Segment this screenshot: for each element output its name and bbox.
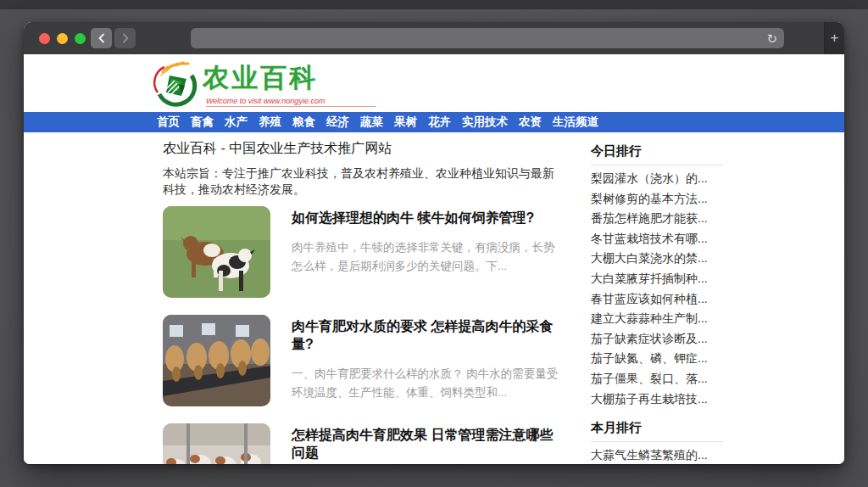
article-item[interactable]: 怎样提高肉牛育肥效果 日常管理需注意哪些问题 为发展养牛业，必须改变传统的落后饲… [163, 423, 563, 464]
browser-window: ↻ + [24, 22, 844, 464]
zoom-window-button[interactable] [75, 33, 86, 44]
nav-item-livestock[interactable]: 畜禽 [191, 115, 214, 130]
ranking-link[interactable]: 大蒜气生鳞茎繁殖的... [591, 445, 723, 464]
article-item[interactable]: 肉牛育肥对水质的要求 怎样提高肉牛的采食量? 一、肉牛育肥要求什么样的水质？ 肉… [163, 315, 563, 406]
today-ranking-list: 梨园灌水（浇水）的... 梨树修剪的基本方法... 番茄怎样施肥才能获... 冬… [591, 169, 723, 409]
article-thumbnail-trough[interactable] [163, 315, 270, 406]
article-column: 农业百科 - 中国农业生产技术推广网站 本站宗旨：专注于推广农业科技，普及农村养… [163, 132, 563, 464]
nav-item-economy[interactable]: 经济 [326, 115, 349, 130]
plus-icon: + [831, 30, 839, 47]
calves-photo-placeholder [163, 206, 270, 298]
ranking-link[interactable]: 梨树修剪的基本方法... [591, 189, 723, 210]
article-excerpt: 肉牛养殖中，牛犊的选择非常关键，有病没病，长势怎么样，是后期利润多少的关键问题。… [292, 238, 563, 276]
nav-item-aquatic[interactable]: 水产 [225, 115, 248, 130]
chevron-right-icon [121, 33, 130, 43]
article-title[interactable]: 怎样提高肉牛育肥效果 日常管理需注意哪些问题 [292, 427, 563, 462]
url-input[interactable] [198, 32, 766, 44]
cattle-trough-photo-placeholder [163, 315, 270, 406]
month-ranking-list: 大蒜气生鳞茎繁殖的... [591, 445, 723, 464]
ranking-link[interactable]: 冬甘蓝栽培技术有哪... [591, 229, 723, 249]
ranking-link[interactable]: 番茄怎样施肥才能获... [591, 209, 723, 229]
nav-item-agri-supplies[interactable]: 农资 [519, 115, 542, 130]
nav-item-flower[interactable]: 花卉 [428, 115, 451, 130]
desktop-top-strip [0, 0, 868, 9]
article-excerpt: 一、肉牛育肥要求什么样的水质？ 肉牛水的需要量受环境温度、生产性能、体重、饲料类… [292, 365, 563, 402]
chevron-left-icon [97, 33, 106, 43]
nav-item-life-channel[interactable]: 生活频道 [553, 115, 598, 130]
main-navigation: 首页 畜禽 水产 养殖 粮食 经济 蔬菜 果树 花卉 实用技术 农资 生活频道 [24, 112, 844, 132]
article-thumbnail-calves[interactable] [163, 206, 270, 298]
ranking-link[interactable]: 梨园灌水（浇水）的... [591, 169, 723, 189]
page-title: 农业百科 - 中国农业生产技术推广网站 [163, 140, 563, 158]
cattle-herd-photo-placeholder [163, 423, 270, 464]
ranking-sidebar: 今日排行 梨园灌水（浇水）的... 梨树修剪的基本方法... 番茄怎样施肥才能获… [591, 132, 723, 464]
site-description: 本站宗旨：专注于推广农业科技，普及农村养殖业、农业种植业知识与最新科技，推动农村… [163, 165, 563, 198]
nav-item-vegetable[interactable]: 蔬菜 [360, 115, 383, 130]
new-tab-button[interactable]: + [824, 22, 844, 54]
ranking-link[interactable]: 建立大蒜蒜种生产制... [591, 309, 723, 329]
address-bar[interactable]: ↻ [191, 28, 784, 48]
back-button[interactable] [91, 28, 112, 48]
site-logo[interactable]: 农业百科 Welcome to visit www.nongyie.com [149, 59, 376, 108]
ranking-link[interactable]: 茄子缺素症状诊断及... [591, 329, 723, 350]
ranking-link[interactable]: 春甘蓝应该如何种植... [591, 289, 723, 310]
ranking-link[interactable]: 大棚茄子再生栽培技... [591, 389, 723, 410]
nav-item-techniques[interactable]: 实用技术 [462, 115, 508, 130]
site-header: 农业百科 Welcome to visit www.nongyie.com [24, 54, 844, 112]
forward-button[interactable] [114, 28, 136, 48]
close-window-button[interactable] [39, 33, 50, 44]
nav-item-fruit-tree[interactable]: 果树 [394, 115, 417, 130]
site-name: 农业百科 [203, 64, 376, 92]
today-ranking-title: 今日排行 [591, 132, 723, 165]
page-viewport: 农业百科 Welcome to visit www.nongyie.com 首页… [24, 54, 844, 464]
ranking-link[interactable]: 大白菜腋芽扦插制种... [591, 269, 723, 289]
ranking-link[interactable]: 大棚大白菜浇水的禁... [591, 249, 723, 269]
nav-item-breeding[interactable]: 养殖 [259, 115, 281, 130]
ranking-link[interactable]: 茄子僵果、裂口、落... [591, 369, 723, 389]
site-tagline: Welcome to visit www.nongyie.com [206, 97, 376, 107]
month-ranking-title: 本月排行 [591, 409, 723, 442]
ranking-link[interactable]: 茄子缺氮、磷、钾症... [591, 349, 723, 369]
article-item[interactable]: 如何选择理想的肉牛 犊牛如何饲养管理? 肉牛养殖中，牛犊的选择非常关键，有病没病… [163, 206, 563, 298]
nav-item-grain[interactable]: 粮食 [292, 115, 315, 130]
article-thumbnail-herd[interactable] [163, 423, 270, 464]
browser-titlebar: ↻ + [24, 22, 844, 54]
nav-item-home[interactable]: 首页 [157, 115, 180, 130]
article-title[interactable]: 如何选择理想的肉牛 犊牛如何饲养管理? [292, 210, 563, 227]
article-title[interactable]: 肉牛育肥对水质的要求 怎样提高肉牛的采食量? [292, 318, 563, 354]
wheat-emblem-icon [149, 59, 198, 108]
minimize-window-button[interactable] [57, 33, 68, 44]
refresh-icon[interactable]: ↻ [766, 32, 777, 45]
